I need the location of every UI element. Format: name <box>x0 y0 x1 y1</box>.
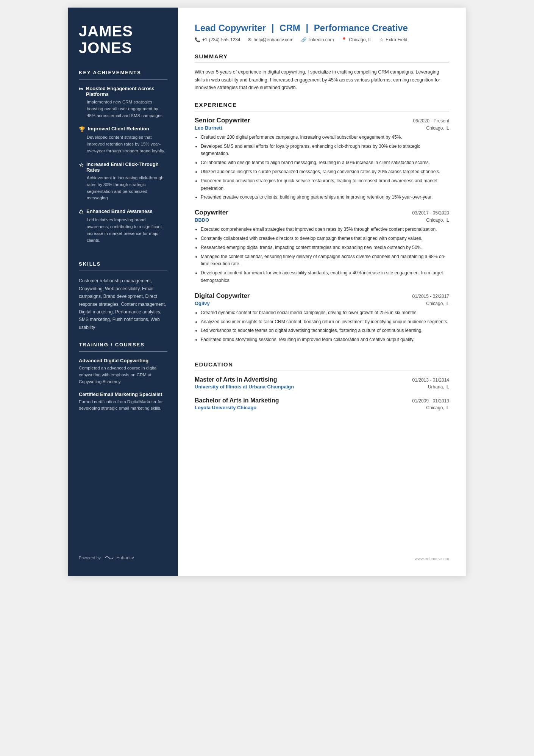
brand-name: Enhancv <box>116 555 134 560</box>
achievement-title-1: ✂ Boosted Engagement Across Platforms <box>79 86 167 97</box>
skills-section: SKILLS Customer relationship management,… <box>79 261 167 331</box>
contact-linkedin: 🔗 linkedin.com <box>301 37 334 42</box>
education-divider <box>195 371 449 371</box>
bullet-3-4: Facilitated brand storytelling sessions,… <box>201 336 449 344</box>
bullet-1-5: Pioneered brand activation strategies fo… <box>201 177 449 193</box>
training-divider <box>79 351 167 352</box>
bullet-3-1: Created dynamic content for branded soci… <box>201 309 449 317</box>
achievement-title-4: ♺ Enhanced Brand Awareness <box>79 208 167 215</box>
exp-title-3: Digital Copywriter <box>195 292 250 300</box>
edu-header-2: Bachelor of Arts in Marketing 01/2009 - … <box>195 397 449 404</box>
exp-header-3: Digital Copywriter 01/2015 - 02/2017 <box>195 292 449 300</box>
achievements-divider <box>79 79 167 80</box>
training-desc-1: Completed an advanced course in digital … <box>79 365 167 385</box>
skills-text: Customer relationship management, Copywr… <box>79 277 167 331</box>
main-content: Lead Copywriter | CRM | Performance Crea… <box>178 8 466 576</box>
extra-text: Extra Field <box>386 37 407 42</box>
phone-text: +1-(234)-555-1234 <box>202 37 240 42</box>
separator-1: | <box>272 23 276 33</box>
website-url: www.enhancv.com <box>415 556 449 561</box>
exp-item-2: Copywriter 03/2017 - 05/2020 BBDO Chicag… <box>195 209 449 285</box>
skills-divider <box>79 271 167 271</box>
training-name-2: Certified Email Marketing Specialist <box>79 391 167 397</box>
exp-company-1: Leo Burnett <box>195 125 222 131</box>
edu-school-2: Loyola University Chicago <box>195 405 256 410</box>
exp-item-3: Digital Copywriter 01/2015 - 02/2017 Ogi… <box>195 292 449 344</box>
title-part-2: CRM <box>279 23 300 33</box>
edu-location-1: Urbana, IL <box>428 384 449 390</box>
achievement-icon-2: 🏆 <box>79 126 85 132</box>
exp-bullets-1: Crafted over 200 digital performance cam… <box>195 134 449 201</box>
edu-degree-2: Bachelor of Arts in Marketing <box>195 397 279 404</box>
edu-school-row-2: Loyola University Chicago Chicago, IL <box>195 405 449 410</box>
achievement-icon-3: ☆ <box>79 162 84 168</box>
achievement-icon-4: ♺ <box>79 209 84 215</box>
skills-title: SKILLS <box>79 261 167 267</box>
training-item-1: Advanced Digital Copywriting Completed a… <box>79 358 167 385</box>
bullet-3-2: Analyzed consumer insights to tailor CRM… <box>201 318 449 326</box>
exp-location-1: Chicago, IL <box>426 125 449 131</box>
training-section: TRAINING / COURSES Advanced Digital Copy… <box>79 342 167 418</box>
resume-container: JAMES JONES KEY ACHIEVEMENTS ✂ Boosted E… <box>68 8 466 576</box>
bullet-2-5: Developed a content framework for web ac… <box>201 269 449 285</box>
location-icon: 📍 <box>341 37 347 42</box>
achievement-desc-4: Led initiatives improving brand awarenes… <box>79 217 167 244</box>
linkedin-icon: 🔗 <box>301 37 307 42</box>
achievement-desc-2: Developed content strategies that improv… <box>79 134 167 154</box>
edu-location-2: Chicago, IL <box>426 405 449 410</box>
contact-phone: 📞 +1-(234)-555-1234 <box>195 37 240 42</box>
bullet-1-1: Crafted over 200 digital performance cam… <box>201 134 449 141</box>
exp-header-2: Copywriter 03/2017 - 05/2020 <box>195 209 449 216</box>
summary-title: SUMMARY <box>195 53 449 59</box>
phone-icon: 📞 <box>195 37 200 42</box>
exp-company-3: Ogilvy <box>195 301 210 306</box>
experience-title: EXPERIENCE <box>195 102 449 108</box>
bullet-1-2: Developed SMS and email efforts for loya… <box>201 143 449 158</box>
education-title: EDUCATION <box>195 361 449 368</box>
edu-date-1: 01/2013 - 01/2014 <box>412 377 449 383</box>
exp-date-3: 01/2015 - 02/2017 <box>412 294 449 299</box>
achievement-item-2: 🏆 Improved Client Retention Developed co… <box>79 126 167 154</box>
summary-divider <box>195 63 449 63</box>
edu-school-1: University of Illinois at Urbana-Champai… <box>195 384 294 390</box>
edu-header-1: Master of Arts in Advertising 01/2013 - … <box>195 376 449 383</box>
edu-date-2: 01/2009 - 01/2013 <box>412 398 449 404</box>
training-item-2: Certified Email Marketing Specialist Ear… <box>79 391 167 412</box>
exp-location-2: Chicago, IL <box>426 218 449 223</box>
training-name-1: Advanced Digital Copywriting <box>79 358 167 363</box>
job-title: Lead Copywriter | CRM | Performance Crea… <box>195 23 449 33</box>
main-header: Lead Copywriter | CRM | Performance Crea… <box>195 23 449 42</box>
linkedin-text: linkedin.com <box>309 37 334 42</box>
bullet-3-3: Led workshops to educate teams on digita… <box>201 327 449 335</box>
sidebar: JAMES JONES KEY ACHIEVEMENTS ✂ Boosted E… <box>68 8 178 576</box>
summary-text: With over 5 years of experience in digit… <box>195 68 449 92</box>
achievement-desc-1: Implemented new CRM strategies boosting … <box>79 99 167 119</box>
bullet-2-1: Executed comprehensive email strategies … <box>201 226 449 233</box>
name-line1: JAMES <box>79 23 133 39</box>
training-title: TRAINING / COURSES <box>79 342 167 347</box>
exp-date-1: 06/2020 - Present <box>413 118 449 124</box>
achievement-title-3: ☆ Increased Email Click-Through Rates <box>79 161 167 173</box>
separator-2: | <box>306 23 311 33</box>
email-text: help@enhancv.com <box>253 37 293 42</box>
edu-item-1: Master of Arts in Advertising 01/2013 - … <box>195 376 449 390</box>
exp-bullets-2: Executed comprehensive email strategies … <box>195 226 449 285</box>
title-part-3: Performance Creative <box>314 23 408 33</box>
contact-email: ✉ help@enhancv.com <box>248 37 293 42</box>
exp-date-2: 03/2017 - 05/2020 <box>412 210 449 216</box>
email-icon: ✉ <box>248 37 251 42</box>
candidate-name: JAMES JONES <box>79 23 167 56</box>
exp-location-3: Chicago, IL <box>426 301 449 306</box>
edu-degree-1: Master of Arts in Advertising <box>195 376 277 383</box>
sidebar-footer: Powered by Enhancv <box>79 547 167 561</box>
achievement-desc-3: Achievement in increasing click-through … <box>79 175 167 202</box>
exp-company-row-1: Leo Burnett Chicago, IL <box>195 125 449 131</box>
extra-icon: ☆ <box>379 37 384 42</box>
enhancv-logo: Enhancv <box>104 555 134 561</box>
bullet-2-3: Researched emerging digital trends, impa… <box>201 244 449 252</box>
exp-company-row-2: BBDO Chicago, IL <box>195 217 449 223</box>
education-section: EDUCATION Master of Arts in Advertising … <box>195 361 449 418</box>
achievement-item-4: ♺ Enhanced Brand Awareness Led initiativ… <box>79 208 167 244</box>
bullet-2-2: Constantly collaborated with creative di… <box>201 235 449 243</box>
exp-item-1: Senior Copywriter 06/2020 - Present Leo … <box>195 117 449 201</box>
